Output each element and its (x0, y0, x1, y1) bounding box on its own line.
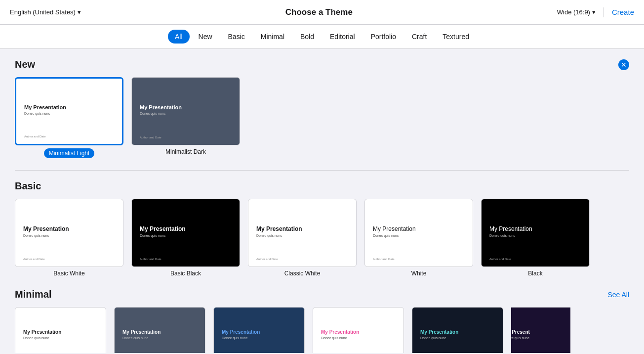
theme-card-basic-white[interactable]: My Presentation Donec quis nunc Author a… (15, 199, 123, 277)
close-new-section-button[interactable]: ✕ (618, 59, 629, 70)
thumb-title: My Presentation (140, 225, 232, 232)
thumb-subtitle: Donec quis nunc (420, 336, 495, 340)
filter-bar: All New Basic Minimal Bold Editorial Por… (0, 25, 644, 49)
thumb-subtitle: Donec quis nunc (24, 112, 114, 115)
theme-thumbnail-minimal-1[interactable]: My Presentation Donec quis nunc (15, 307, 106, 353)
thumb-title: My Presentation (222, 329, 296, 335)
theme-thumbnail-minimal-6[interactable]: My Present Donec quis nunc (511, 307, 570, 353)
theme-label-white: White (411, 270, 427, 277)
theme-card-minimal-3[interactable]: My Presentation Donec quis nunc (213, 307, 305, 353)
tab-new[interactable]: New (192, 30, 219, 44)
theme-thumbnail-white[interactable]: My Presentation Donec quis nunc Author a… (364, 199, 473, 267)
theme-card-minimal-6[interactable]: My Present Donec quis nunc (511, 307, 570, 353)
minimal-themes-row: My Presentation Donec quis nunc My Prese… (15, 307, 629, 353)
thumb-subtitle: Donec quis nunc (321, 336, 396, 340)
locale-label: English (United States) (10, 8, 76, 16)
thumb-subtitle: Donec quis nunc (23, 234, 115, 237)
theme-label-black: Black (528, 270, 542, 277)
theme-label-basic-white: Basic White (53, 270, 84, 277)
thumb-author: Author and Date (140, 258, 161, 261)
theme-card-white[interactable]: My Presentation Donec quis nunc Author a… (364, 199, 473, 277)
tab-bold[interactable]: Bold (293, 30, 321, 44)
thumb-title: My Presentation (420, 329, 495, 335)
close-icon: ✕ (621, 61, 627, 68)
new-section: New ✕ My Presentation Donec quis nunc Au… (15, 59, 629, 158)
thumb-author: Author and Date (489, 258, 511, 261)
thumb-title: My Present (511, 329, 570, 335)
tab-minimal[interactable]: Minimal (254, 30, 291, 44)
thumb-author: Author and Date (23, 258, 45, 261)
thumb-subtitle: Donec quis nunc (23, 336, 98, 340)
theme-thumbnail-black[interactable]: My Presentation Donec quis nunc Author a… (481, 199, 590, 267)
tab-textured[interactable]: Textured (436, 30, 476, 44)
thumb-title: My Presentation (373, 225, 465, 232)
theme-card-black[interactable]: My Presentation Donec quis nunc Author a… (481, 199, 590, 277)
thumb-title: My Presentation (140, 104, 232, 110)
theme-thumbnail-minimal-2[interactable]: My Presentation Donec quis nunc (114, 307, 205, 353)
thumb-title: My Presentation (321, 329, 396, 335)
theme-card-minimalist-light[interactable]: My Presentation Donec quis nunc Author a… (15, 77, 123, 158)
header-right: Wide (16:9) ▾ Create (557, 7, 634, 17)
theme-card-minimal-1[interactable]: My Presentation Donec quis nunc (15, 307, 106, 353)
theme-thumbnail-minimalist-light[interactable]: My Presentation Donec quis nunc Author a… (15, 77, 123, 145)
theme-card-minimal-4[interactable]: My Presentation Donec quis nunc (313, 307, 404, 353)
thumb-subtitle: Donec quis nunc (489, 234, 581, 237)
thumb-subtitle: Donec quis nunc (256, 234, 348, 237)
theme-card-minimal-5[interactable]: My Presentation Donec quis nunc (412, 307, 503, 353)
theme-card-basic-black[interactable]: My Presentation Donec quis nunc Author a… (131, 199, 240, 277)
aspect-ratio-label: Wide (16:9) (557, 8, 590, 16)
basic-section-header: Basic (15, 180, 629, 192)
theme-thumbnail-minimalist-dark[interactable]: My Presentation Donec quis nunc Author a… (131, 77, 240, 145)
theme-thumbnail-minimal-5[interactable]: My Presentation Donec quis nunc (412, 307, 503, 353)
tab-basic[interactable]: Basic (221, 30, 252, 44)
thumb-subtitle: Donec quis nunc (140, 112, 232, 115)
main-content: New ✕ My Presentation Donec quis nunc Au… (0, 49, 644, 353)
theme-thumbnail-basic-white[interactable]: My Presentation Donec quis nunc Author a… (15, 199, 123, 267)
minimal-see-all-link[interactable]: See All (607, 291, 629, 299)
thumb-subtitle: Donec quis nunc (373, 234, 465, 237)
header: English (United States) ▾ Choose a Theme… (0, 0, 644, 25)
minimal-section-header: Minimal See All (15, 289, 629, 300)
thumb-title: My Presentation (122, 329, 197, 335)
locale-chevron-icon: ▾ (78, 8, 81, 16)
new-section-title: New (15, 59, 35, 70)
thumb-title: My Presentation (489, 225, 581, 232)
theme-thumbnail-minimal-4[interactable]: My Presentation Donec quis nunc (313, 307, 404, 353)
minimal-section-title: Minimal (15, 289, 51, 300)
thumb-author: Author and Date (140, 136, 161, 139)
theme-label-basic-black: Basic Black (170, 270, 201, 277)
theme-thumbnail-minimal-3[interactable]: My Presentation Donec quis nunc (213, 307, 305, 353)
new-basic-divider (15, 170, 629, 171)
theme-label-minimalist-dark: Minimalist Dark (165, 148, 206, 155)
header-divider (604, 7, 604, 17)
aspect-ratio-chevron-icon: ▾ (592, 8, 596, 16)
theme-card-classic-white[interactable]: My Presentation Donec quis nunc Author a… (248, 199, 357, 277)
tab-craft[interactable]: Craft (405, 30, 434, 44)
thumb-author: Author and Date (24, 135, 46, 138)
new-themes-row: My Presentation Donec quis nunc Author a… (15, 77, 629, 158)
basic-themes-row: My Presentation Donec quis nunc Author a… (15, 199, 629, 277)
thumb-title: My Presentation (23, 225, 115, 232)
tab-portfolio[interactable]: Portfolio (364, 30, 403, 44)
page-title: Choose a Theme (285, 7, 353, 17)
theme-thumbnail-classic-white[interactable]: My Presentation Donec quis nunc Author a… (248, 199, 357, 267)
thumb-title: My Presentation (24, 104, 114, 110)
thumb-author: Author and Date (373, 258, 395, 261)
thumb-subtitle: Donec quis nunc (222, 336, 296, 340)
aspect-ratio-selector[interactable]: Wide (16:9) ▾ (557, 8, 596, 16)
basic-section-title: Basic (15, 180, 41, 192)
locale-selector[interactable]: English (United States) ▾ (10, 8, 81, 16)
theme-label-classic-white: Classic White (284, 270, 321, 277)
thumb-author: Author and Date (256, 258, 278, 261)
tab-editorial[interactable]: Editorial (323, 30, 362, 44)
theme-label-minimalist-light: Minimalist Light (44, 148, 95, 158)
theme-thumbnail-basic-black[interactable]: My Presentation Donec quis nunc Author a… (131, 199, 240, 267)
tab-all[interactable]: All (168, 30, 190, 44)
thumb-title: My Presentation (23, 329, 98, 335)
basic-section: Basic My Presentation Donec quis nunc Au… (15, 180, 629, 277)
theme-card-minimal-2[interactable]: My Presentation Donec quis nunc (114, 307, 205, 353)
thumb-subtitle: Donec quis nunc (140, 234, 232, 237)
create-button[interactable]: Create (612, 8, 634, 16)
thumb-title: My Presentation (256, 225, 348, 232)
theme-card-minimalist-dark[interactable]: My Presentation Donec quis nunc Author a… (131, 77, 240, 158)
